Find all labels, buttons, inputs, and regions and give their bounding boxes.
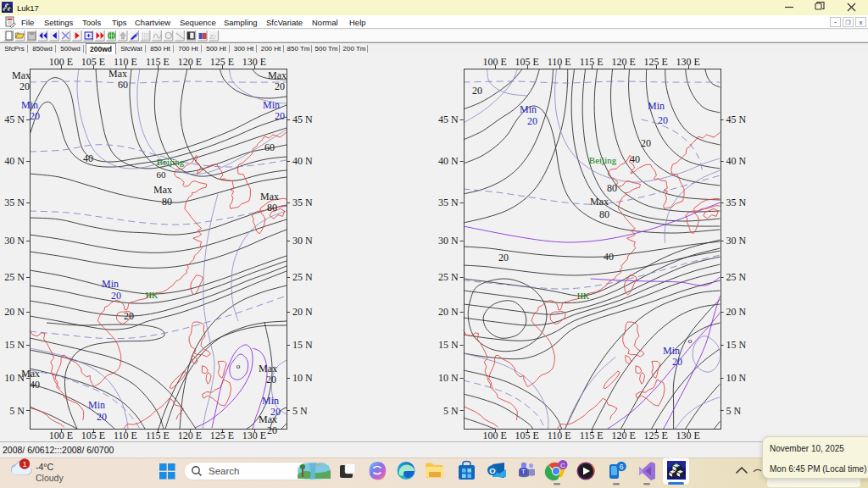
svg-text:115 E: 115 E [580,430,604,441]
svg-text:60: 60 [264,141,275,153]
svg-text:Min: Min [648,100,665,112]
svg-text:40: 40 [630,153,640,165]
svg-text:45 N: 45 N [438,114,459,125]
svg-text:Max: Max [153,184,172,196]
svg-text:40: 40 [604,251,614,263]
svg-text:Min: Min [21,99,38,111]
svg-text:115 E: 115 E [146,56,170,68]
svg-text:5: 5 [7,3,8,6]
svg-text:10 N: 10 N [292,372,313,384]
svg-text:25 N: 25 N [292,271,313,283]
svg-text:30 N: 30 N [726,235,747,247]
svg-text:80: 80 [162,196,172,208]
svg-text:110 E: 110 E [114,56,137,68]
svg-text:30 N: 30 N [4,235,25,247]
svg-text:20: 20 [275,110,285,122]
svg-text:120 E: 120 E [611,430,635,441]
svg-text:Max: Max [12,69,31,81]
svg-text:15 N: 15 N [726,339,747,351]
svg-text:110 E: 110 E [114,430,137,441]
svg-text:130 E: 130 E [242,430,266,441]
svg-text:120 E: 120 E [178,56,202,68]
svg-text:Min: Min [262,395,279,407]
svg-text:20: 20 [97,411,107,423]
svg-text:20: 20 [124,310,134,322]
svg-text:20: 20 [498,252,509,263]
svg-text:5 N: 5 N [9,405,25,417]
svg-text:15 N: 15 N [4,339,25,351]
svg-text:35 N: 35 N [292,197,313,208]
svg-text:60: 60 [118,79,128,91]
svg-text:20: 20 [641,137,651,149]
svg-text:Min: Min [263,99,280,111]
svg-text:Beijing: Beijing [157,157,185,167]
svg-text:125 E: 125 E [210,56,234,68]
svg-text:40: 40 [30,379,40,391]
svg-text:115 E: 115 E [580,56,604,68]
svg-text:5 N: 5 N [443,405,459,417]
svg-text:100 E: 100 E [482,56,506,68]
svg-text:Max: Max [590,196,609,208]
svg-text:20: 20 [672,356,682,368]
svg-text:35 N: 35 N [726,197,747,208]
svg-text:Min: Min [663,345,680,357]
svg-text:20: 20 [30,110,40,122]
svg-text:20: 20 [267,424,277,436]
svg-text:Max: Max [108,68,127,80]
svg-text:80: 80 [599,208,609,220]
svg-text:105 E: 105 E [515,430,538,441]
svg-text:35 N: 35 N [438,197,459,208]
svg-text:Min: Min [88,399,105,411]
svg-text:Max: Max [260,191,279,202]
svg-text:110 E: 110 E [548,430,571,441]
svg-text:25 N: 25 N [4,271,25,283]
svg-text:15 N: 15 N [438,339,459,351]
svg-text:20: 20 [658,114,668,126]
svg-text:30 N: 30 N [292,235,313,247]
svg-text:20: 20 [527,115,537,127]
svg-text:130 E: 130 E [676,430,699,441]
svg-text:20: 20 [275,80,285,92]
svg-text:5 N: 5 N [292,405,308,417]
svg-text:Min: Min [102,278,119,290]
svg-text:25 N: 25 N [438,271,459,283]
svg-text:40: 40 [83,152,93,164]
svg-text:80: 80 [267,202,277,214]
svg-text:40 N: 40 N [726,155,747,167]
svg-text:o: o [236,362,241,370]
svg-text:20 N: 20 N [438,306,459,318]
svg-text:40 N: 40 N [292,155,313,167]
svg-text:20: 20 [266,374,276,385]
svg-text:Z/: Z/ [209,33,216,41]
svg-text:35 N: 35 N [4,197,25,208]
svg-text:30 N: 30 N [438,235,459,247]
svg-text:45 N: 45 N [292,114,313,125]
svg-text:100 E: 100 E [49,430,73,441]
svg-text:20 N: 20 N [726,306,747,318]
svg-text:Max: Max [268,69,287,81]
svg-text:HK: HK [577,291,590,301]
svg-text:Max: Max [259,413,277,425]
svg-text:15 N: 15 N [292,339,313,351]
svg-text:80: 80 [607,182,617,194]
svg-text:20 N: 20 N [292,306,313,318]
svg-text:110 E: 110 E [548,56,571,68]
svg-text:60: 60 [157,169,167,180]
svg-text:130 E: 130 E [676,56,699,68]
svg-text:120 E: 120 E [611,56,635,68]
svg-text:45 N: 45 N [4,114,25,125]
svg-text:10 N: 10 N [438,372,459,384]
svg-text:125 E: 125 E [643,56,667,68]
svg-text:40 N: 40 N [438,155,459,167]
svg-text:Max: Max [21,368,40,380]
svg-text:45 N: 45 N [726,114,747,125]
svg-text:105 E: 105 E [515,56,538,68]
svg-text:125 E: 125 E [643,430,667,441]
svg-text:100 E: 100 E [482,430,506,441]
svg-text:115 E: 115 E [146,430,170,441]
svg-text:100 E: 100 E [49,56,73,68]
svg-text:20: 20 [472,85,482,97]
svg-text:5 N: 5 N [726,405,742,417]
svg-text:120 E: 120 E [178,430,202,441]
svg-text:125 E: 125 E [210,430,234,441]
